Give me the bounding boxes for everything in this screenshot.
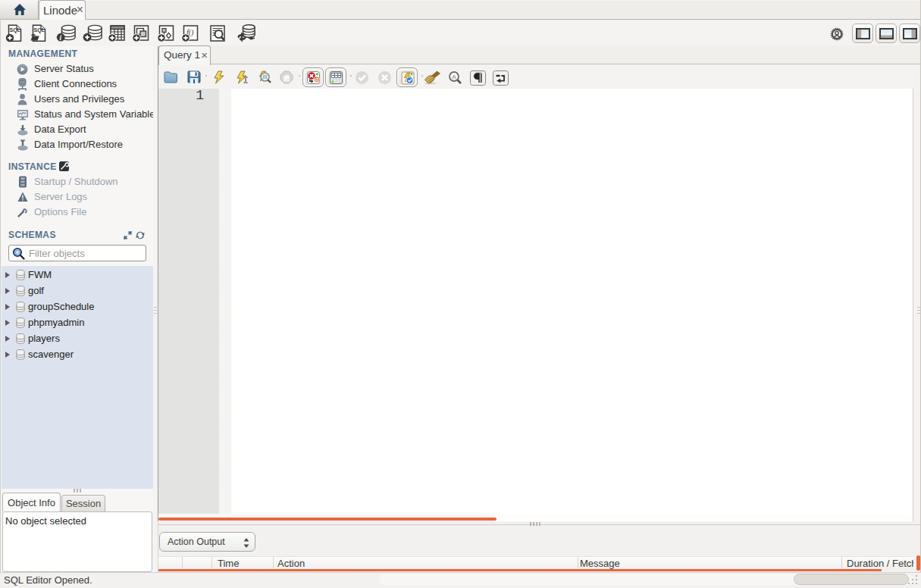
- svg-text:A: A: [452, 74, 456, 80]
- svg-text:i: i: [59, 34, 61, 42]
- svg-text:SQL: SQL: [34, 27, 45, 33]
- svg-text:SQL: SQL: [10, 27, 21, 33]
